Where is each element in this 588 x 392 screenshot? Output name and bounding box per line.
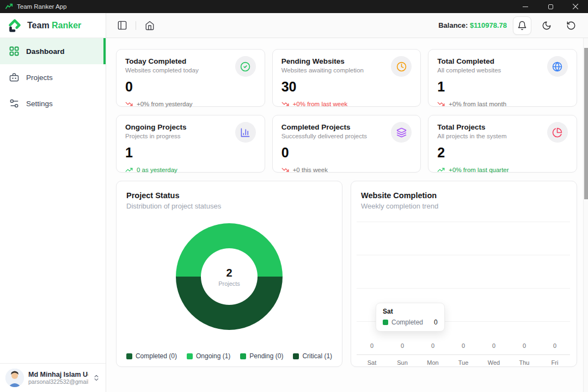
stat-trend-text: +0% from last week — [293, 101, 348, 107]
brand-name: Team Ranker — [27, 21, 81, 30]
theme-toggle-button[interactable] — [537, 16, 556, 35]
brand-name-accent: Ranker — [52, 21, 81, 30]
scrollbar-thumb[interactable] — [584, 48, 588, 199]
brand-logo-icon — [7, 17, 23, 34]
minimize-icon — [523, 7, 528, 7]
stat-value: 30 — [281, 80, 412, 94]
stat-value: 0 — [125, 80, 256, 94]
legend-swatch-critical — [293, 353, 299, 359]
project-status-donut-chart[interactable]: 2 Projects — [176, 223, 283, 330]
titlebar: Team Ranker App — [0, 0, 588, 13]
point-value: 0 — [448, 342, 479, 349]
user-name: Md Minhaj Islam Udin — [28, 371, 88, 378]
main-content: Today Completed Websites completed today… — [106, 38, 588, 392]
sidebar-item-projects[interactable]: Projects — [0, 64, 106, 90]
legend-swatch-completed — [126, 353, 132, 359]
gridline — [357, 255, 570, 255]
stat-icon-circle — [547, 122, 568, 143]
dashboard-grid-icon — [9, 46, 20, 57]
rotate-ccw-icon — [566, 21, 576, 30]
point-value: 0 — [387, 342, 418, 349]
legend-label: Ongoing (1) — [196, 352, 230, 360]
stat-trend-text: 0 as yesterday — [137, 167, 177, 173]
stat-subtitle: All projects in the system — [437, 133, 506, 139]
refresh-button[interactable] — [562, 16, 580, 35]
donut-total-label: Projects — [218, 280, 240, 287]
vertical-scrollbar[interactable] — [583, 38, 588, 392]
stat-card-ongoing-projects: Ongoing Projects Projects in progress 1 — [116, 115, 265, 173]
stat-title: Completed Projects — [281, 123, 367, 131]
stat-trend-text: +0% from last quarter — [449, 167, 509, 173]
tooltip-category: Sat — [383, 308, 438, 315]
app-logo-icon — [5, 3, 13, 10]
chevrons-up-down-icon — [93, 374, 100, 382]
x-tick-label: Sun — [387, 359, 418, 366]
x-tick-label: Sat — [357, 359, 387, 366]
brand-name-primary: Team — [27, 21, 50, 30]
gridline — [357, 288, 570, 289]
website-completion-card: Website Completion Weekly completion tre… — [351, 181, 577, 367]
notifications-button[interactable] — [513, 16, 531, 35]
bar-chart-icon — [240, 127, 250, 138]
user-email: parsonal322532@gmail.c... — [28, 378, 88, 385]
sliders-icon — [9, 98, 20, 109]
home-button[interactable] — [142, 17, 158, 34]
stat-subtitle: Successfully delivered projects — [281, 133, 367, 139]
stats-grid: Today Completed Websites completed today… — [116, 49, 577, 173]
sidebar-toggle-button[interactable] — [114, 17, 130, 34]
panel-left-icon — [117, 20, 127, 30]
legend-swatch-pending — [240, 353, 246, 359]
trending-down-icon — [281, 166, 289, 174]
stat-card-total-projects: Total Projects All projects in the syste… — [428, 115, 577, 173]
app-window: Team Ranker App Team Ranker — [0, 0, 588, 392]
stat-card-today-completed: Today Completed Websites completed today… — [116, 49, 265, 107]
x-tick-label: Thu — [509, 359, 540, 366]
stat-value: 0 — [281, 146, 412, 160]
trending-down-icon — [437, 100, 445, 108]
balance: Balance: $110978.78 — [438, 21, 507, 29]
home-icon — [145, 21, 155, 30]
point-value: 0 — [540, 342, 570, 349]
stat-trend: +0% from last month — [437, 100, 568, 108]
trending-up-icon — [437, 166, 445, 174]
close-icon — [573, 4, 578, 9]
window-controls — [513, 0, 588, 13]
chart-subtitle: Distribution of project statuses — [126, 202, 332, 210]
sidebar-item-label: Settings — [26, 100, 53, 108]
donut-total-value: 2 — [226, 267, 232, 279]
x-tick-label: Fri — [540, 359, 570, 366]
x-tick-label: Tue — [448, 359, 479, 366]
legend-label: Pending (0) — [249, 352, 283, 360]
chart-tooltip: Sat Completed 0 — [376, 303, 445, 332]
chart-title: Website Completion — [361, 191, 567, 200]
stat-title: Today Completed — [125, 57, 199, 65]
sidebar-item-dashboard[interactable]: Dashboard — [0, 38, 106, 64]
x-axis-line — [357, 354, 570, 355]
stat-trend: +0% from yesterday — [125, 100, 256, 108]
point-value: 0 — [509, 342, 540, 349]
tooltip-value: 0 — [426, 318, 438, 326]
stat-trend: 0 as yesterday — [125, 166, 256, 174]
stat-trend: +0 this week — [281, 166, 412, 174]
stat-card-total-completed: Total Completed All completed websites 1 — [428, 49, 577, 107]
maximize-button[interactable] — [538, 0, 563, 13]
close-button[interactable] — [563, 0, 588, 13]
user-texts: Md Minhaj Islam Udin parsonal322532@gmai… — [28, 371, 88, 385]
chart-title: Project Status — [126, 191, 332, 200]
sidebar-item-label: Projects — [26, 74, 53, 82]
sidebar-item-label: Dashboard — [26, 47, 65, 56]
donut-legend: Completed (0) Ongoing (1) Pending (0) — [117, 352, 342, 360]
stat-icon-circle — [547, 56, 568, 77]
stat-title: Ongoing Projects — [125, 123, 187, 131]
stat-title: Pending Websites — [281, 57, 364, 65]
stat-subtitle: Websites awaiting completion — [281, 67, 364, 74]
stat-card-pending-websites: Pending Websites Websites awaiting compl… — [272, 49, 421, 107]
legend-item-critical: Critical (1) — [293, 352, 332, 360]
minimize-button[interactable] — [513, 0, 538, 13]
layers-icon — [396, 127, 407, 138]
globe-icon — [552, 62, 562, 72]
user-menu[interactable]: Md Minhaj Islam Udin parsonal322532@gmai… — [0, 363, 106, 392]
sidebar-item-settings[interactable]: Settings — [0, 90, 106, 117]
check-circle-icon — [240, 62, 250, 72]
stat-icon-circle — [391, 56, 412, 77]
